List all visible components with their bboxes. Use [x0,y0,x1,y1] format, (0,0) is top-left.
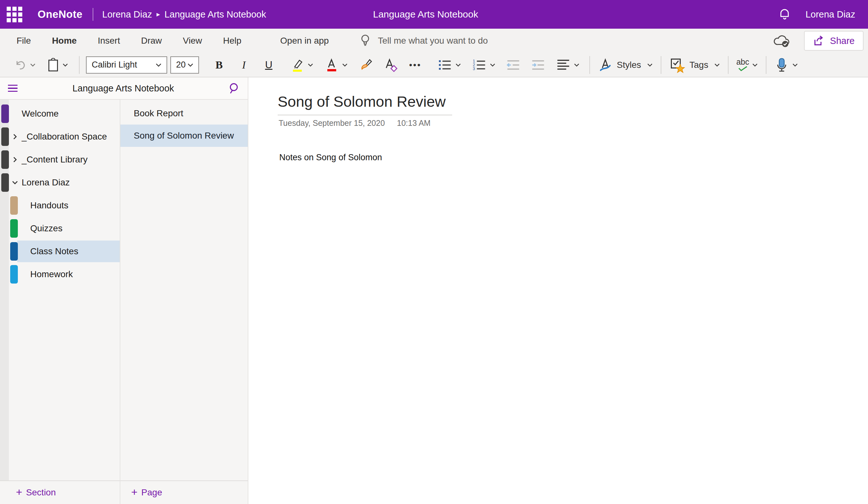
chevron-right-icon [11,156,19,163]
highlighter-button[interactable] [285,55,319,75]
decrease-indent-button[interactable] [501,55,526,75]
font-color-icon [324,57,339,73]
add-section-label: Section [26,487,56,498]
search-icon [228,82,241,95]
underline-button[interactable]: U [256,55,281,75]
section-group-content-library[interactable]: _Content Library [0,148,120,171]
bullet-list-button[interactable] [432,55,466,75]
highlighter-icon [289,57,305,73]
paste-button[interactable] [41,55,74,75]
underline-icon: U [265,59,272,71]
clear-formatting-button[interactable] [378,55,403,75]
search-button[interactable] [221,82,248,95]
nav-menu-button[interactable] [0,83,25,94]
breadcrumb-user[interactable]: Lorena Diaz [102,9,152,20]
styles-label: Styles [617,60,641,70]
top-app-bar: OneNote Lorena Diaz ▸ Language Arts Note… [0,0,868,29]
page-row-book-report[interactable]: Book Report [120,102,248,124]
chevron-down-icon [62,62,69,68]
italic-icon: I [242,59,246,71]
increase-indent-button[interactable] [526,55,550,75]
font-size-select[interactable]: 20 [170,57,199,73]
lightbulb-icon [360,33,371,48]
menu-draw[interactable]: Draw [133,29,170,53]
spellcheck-button[interactable]: abc [733,55,761,75]
svg-text:3: 3 [473,66,475,71]
cloud-check-icon [773,33,791,48]
spellcheck-icon: abc [736,58,749,72]
tags-icon [669,57,685,73]
page-canvas[interactable]: Song of Solomon Review Tuesday, Septembe… [248,78,868,504]
tags-label: Tags [689,60,708,70]
section-group-collaboration-space[interactable]: _Collaboration Space [0,125,120,148]
menu-view[interactable]: View [175,29,210,53]
alignment-button[interactable] [550,55,585,75]
ribbon-divider [766,56,766,74]
clear-formatting-icon [383,57,398,73]
page-title[interactable]: Song of Solomon Review [278,93,452,115]
undo-button[interactable] [9,55,41,75]
align-icon [556,57,571,73]
section-group-lorena-diaz[interactable]: Lorena Diaz [0,171,120,194]
section-row-class-notes[interactable]: Class Notes [0,240,120,263]
sync-status-button[interactable] [773,33,791,48]
font-name-select[interactable]: Calibri Light [86,57,167,73]
bullet-list-icon [437,57,453,73]
pages-pane: Book Report Song of Solomon Review + Pag… [120,100,248,504]
more-formatting-button[interactable]: ••• [403,55,428,75]
chevron-down-icon [155,61,162,69]
dictate-button[interactable] [771,55,802,75]
tell-me-label: Tell me what you want to do [378,36,488,46]
numbered-list-icon: 1 2 3 [472,57,487,73]
notebook-panel-header: Language Arts Notebook [0,78,248,100]
open-in-app-button[interactable]: Open in app [280,36,329,46]
page-date: Tuesday, September 15, 2020 [279,119,385,128]
bold-button[interactable]: B [207,55,231,75]
section-group-tab [1,173,9,192]
italic-button[interactable]: I [231,55,256,75]
hamburger-icon [8,83,18,94]
app-launcher-button[interactable] [0,0,29,29]
notifications-button[interactable] [778,7,791,21]
page-body-text[interactable]: Notes on Song of Solomon [279,153,868,162]
notebook-panel-title: Language Arts Notebook [25,83,221,94]
section-row-welcome[interactable]: Welcome [0,102,120,125]
share-label: Share [830,36,855,46]
tell-me-button[interactable]: Tell me what you want to do [360,33,488,48]
section-group-tab [1,128,9,146]
ellipsis-icon: ••• [409,60,421,70]
menu-help[interactable]: Help [215,29,250,53]
app-name[interactable]: OneNote [38,8,82,20]
tags-button[interactable]: Tags [666,55,723,75]
menu-insert[interactable]: Insert [90,29,128,53]
format-painter-button[interactable] [353,55,378,75]
font-name-value: Calibri Light [92,60,137,70]
numbered-list-button[interactable]: 1 2 3 [466,55,501,75]
section-row-homework[interactable]: Homework [0,263,120,286]
chevron-down-icon [574,62,580,68]
section-color-tab [10,196,18,215]
share-icon [813,35,825,47]
bold-icon: B [216,59,223,71]
chevron-down-icon [11,179,19,186]
ribbon-divider [661,56,661,74]
add-page-button[interactable]: + Page [120,481,248,504]
sections-pane: Welcome _Collaboration Space _Content Li… [0,100,120,504]
share-button[interactable]: Share [804,31,864,51]
menu-file[interactable]: File [8,29,39,53]
styles-button[interactable]: Styles [595,55,656,75]
plus-icon: + [16,486,22,498]
ribbon-toolbar: Calibri Light 20 B I U [0,53,868,78]
section-color-tab [10,265,18,283]
add-section-button[interactable]: + Section [0,481,120,504]
ribbon-divider [79,56,80,74]
section-row-handouts[interactable]: Handouts [0,194,120,217]
breadcrumb-notebook[interactable]: Language Arts Notebook [164,9,266,20]
page-row-song-of-solomon-review[interactable]: Song of Solomon Review [120,124,248,147]
menu-home[interactable]: Home [44,29,85,53]
account-button[interactable]: Lorena Diaz [806,9,855,20]
section-row-quizzes[interactable]: Quizzes [0,217,120,240]
page-datetime[interactable]: Tuesday, September 15, 2020 10:13 AM [279,119,868,128]
breadcrumb-caret-icon: ▸ [156,10,160,19]
font-color-button[interactable] [319,55,353,75]
